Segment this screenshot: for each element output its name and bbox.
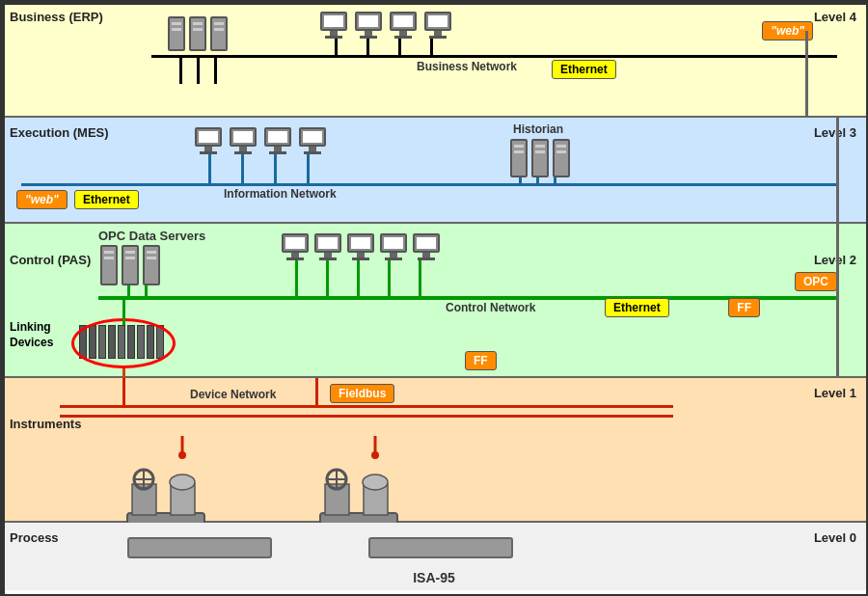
info-network-label: Information Network xyxy=(224,187,337,201)
right-connector xyxy=(836,118,839,224)
server-icon xyxy=(168,16,185,51)
ff-bottom-badge: FF xyxy=(465,351,497,370)
computer-icon xyxy=(282,233,309,260)
device-vert xyxy=(315,378,318,407)
historian-server xyxy=(553,139,570,177)
net-vert xyxy=(122,296,125,325)
svg-point-17 xyxy=(371,451,379,459)
net-vert xyxy=(430,39,433,55)
business-level: Level 4 xyxy=(814,10,856,24)
right-connector xyxy=(836,224,839,378)
computer-icon xyxy=(195,127,222,154)
process-pipe1 xyxy=(127,537,272,558)
net-vert xyxy=(398,39,401,55)
net-vert xyxy=(519,177,522,183)
historian-server xyxy=(510,139,528,177)
net-vert xyxy=(295,260,298,296)
computer-icon xyxy=(347,233,374,260)
business-network-line xyxy=(151,55,837,58)
control-bus-line xyxy=(98,296,837,300)
net-vert xyxy=(307,154,310,183)
computer-icon xyxy=(380,233,407,260)
fieldbus-badge: Fieldbus xyxy=(330,384,394,403)
svg-point-6 xyxy=(170,474,195,490)
layer-control: Control (PAS) Level 2 OPC Data Servers xyxy=(2,224,866,378)
business-ethernet-badge: Ethernet xyxy=(552,60,616,79)
net-vert xyxy=(208,154,211,183)
opc-server-icon xyxy=(122,245,139,285)
opc-server-icon xyxy=(100,245,118,285)
net-vert xyxy=(366,39,369,55)
svg-point-8 xyxy=(178,451,186,459)
net-vert xyxy=(335,39,338,55)
control-label: Control (PAS) xyxy=(10,253,91,267)
execution-web-badge: "web" xyxy=(16,190,68,209)
process-pipe2 xyxy=(368,537,513,558)
net-vert xyxy=(241,154,244,183)
opc-server-icon xyxy=(143,245,160,285)
computer-icon xyxy=(320,12,347,39)
net-vert xyxy=(214,55,217,84)
net-vert xyxy=(554,177,556,183)
net-vert xyxy=(179,55,182,84)
opc-badge: OPC xyxy=(795,272,837,291)
execution-network-line xyxy=(21,183,837,186)
computer-icon xyxy=(355,12,382,39)
execution-label: Execution (MES) xyxy=(10,125,109,140)
linking-devices-label: Linking Devices xyxy=(10,320,53,350)
server-icon xyxy=(189,16,206,51)
net-vert xyxy=(145,285,148,296)
svg-point-15 xyxy=(363,474,388,490)
linking-devices-highlight xyxy=(71,318,176,368)
device-vert xyxy=(122,378,125,407)
server-icon xyxy=(210,16,228,51)
net-vert xyxy=(357,260,360,296)
computer-icon xyxy=(314,233,341,260)
computer-icon xyxy=(390,12,417,39)
net-vert xyxy=(419,260,421,296)
control-ethernet-badge: Ethernet xyxy=(605,298,669,317)
business-network-label: Business Network xyxy=(417,60,517,73)
instrument-level: Level 1 xyxy=(814,386,856,400)
computer-icon xyxy=(299,127,326,154)
computer-icon xyxy=(413,233,440,260)
layer-process: Process Level 0 ISA-95 xyxy=(2,523,866,590)
isa95-diagram: Business (ERP) Level 4 xyxy=(0,0,868,596)
computer-icon xyxy=(230,127,257,154)
control-ff-badge: FF xyxy=(728,298,760,317)
isa95-label: ISA-95 xyxy=(413,570,455,585)
instruments-svg xyxy=(50,417,629,523)
business-label: Business (ERP) xyxy=(10,10,103,24)
layer-execution: Execution (MES) Level 3 xyxy=(2,118,866,224)
execution-level: Level 3 xyxy=(814,125,856,140)
net-vert xyxy=(536,177,539,183)
historian-label: Historian xyxy=(513,122,563,136)
process-level: Level 0 xyxy=(814,530,856,545)
control-network-label: Control Network xyxy=(446,301,535,314)
opc-servers-label: OPC Data Servers xyxy=(98,229,205,243)
process-label: Process xyxy=(10,530,59,545)
layer-instrument: Instruments Level 1 Device Network Field… xyxy=(2,378,866,523)
device-network-line xyxy=(60,405,673,408)
net-vert xyxy=(326,260,329,296)
net-vert xyxy=(274,154,277,183)
computer-icon xyxy=(424,12,451,39)
net-vert xyxy=(388,260,391,296)
layer-business: Business (ERP) Level 4 xyxy=(2,2,866,118)
net-vert xyxy=(197,55,200,84)
execution-ethernet-badge: Ethernet xyxy=(74,190,139,209)
control-level: Level 2 xyxy=(814,253,856,267)
right-connector xyxy=(805,31,808,118)
computer-icon xyxy=(264,127,291,154)
historian-server xyxy=(531,139,549,177)
net-vert xyxy=(127,285,130,296)
device-network-label: Device Network xyxy=(190,388,276,401)
